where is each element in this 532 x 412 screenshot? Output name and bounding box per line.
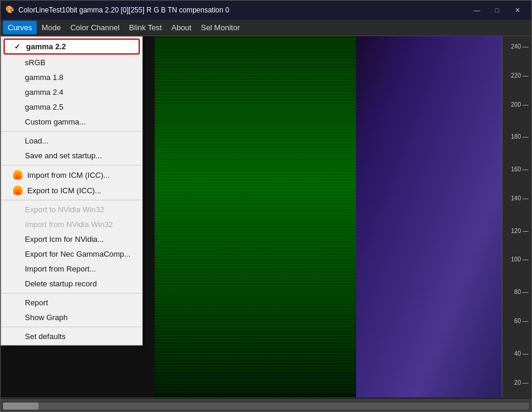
scrollbar-track: [3, 403, 529, 410]
flame-icon-export: [13, 186, 23, 195]
ruler-tick-160: 160 —: [511, 166, 528, 173]
curves-dropdown: ✓ gamma 2.2 sRGB gamma 1.8 gamma 2.4 gam…: [1, 36, 143, 346]
ruler-tick-20: 20 —: [514, 379, 528, 386]
app-icon: 🎨: [5, 5, 15, 15]
canvas-purple-region: [356, 36, 502, 397]
menu-item-export-icm-label: Export to ICM (ICC)...: [27, 186, 101, 195]
menu-item-gamma25-label: gamma 2.5: [25, 103, 63, 111]
ruler-tick-240: 240 —: [511, 43, 528, 50]
menu-item-export-nec[interactable]: Export for Nec GammaComp...: [1, 247, 142, 261]
menu-item-set-defaults[interactable]: Set defaults: [1, 329, 142, 344]
menu-item-srgb[interactable]: sRGB: [1, 55, 142, 70]
menu-item-import-report-label: Import from Report...: [25, 264, 96, 273]
ruler-tick-40: 40 —: [514, 350, 528, 357]
ruler-tick-80: 80 —: [514, 289, 528, 295]
menu-item-delete-startup-label: Delete startup record: [25, 279, 97, 288]
main-window: 🎨 ColorLineTest10bit gamma 2.20 [0][255]…: [0, 0, 532, 412]
menu-item-import-report[interactable]: Import from Report...: [1, 261, 142, 276]
menu-item-load[interactable]: Load...: [1, 133, 142, 148]
menubar: Curves Mode Color Channel Blink Test Abo…: [1, 20, 531, 36]
maximize-button[interactable]: □: [488, 4, 507, 17]
menu-item-export-nvidia-label: Export to NVidia Win32: [25, 205, 104, 214]
menu-item-report[interactable]: Report: [1, 295, 142, 310]
horizontal-scrollbar[interactable]: [1, 400, 531, 411]
ruler-tick-180: 180 —: [511, 133, 528, 140]
menu-color-channel[interactable]: Color Channel: [66, 21, 124, 34]
canvas-green-region: [155, 36, 356, 397]
separator-4: [1, 293, 142, 293]
menu-curves[interactable]: Curves: [3, 21, 37, 34]
menu-item-save-startup[interactable]: Save and set startup...: [1, 148, 142, 163]
menu-item-srgb-label: sRGB: [25, 58, 46, 67]
window-title: ColorLineTest10bit gamma 2.20 [0][255] R…: [18, 6, 467, 14]
ruler-tick-140: 140 —: [511, 195, 528, 202]
menu-item-show-graph[interactable]: Show Graph: [1, 310, 142, 325]
menu-item-export-icm-nvidia[interactable]: Export Icm for NVidia...: [1, 232, 142, 247]
menu-item-gamma24-label: gamma 2.4: [25, 88, 63, 97]
menu-item-export-icm[interactable]: Export to ICM (ICC)...: [1, 183, 142, 198]
menu-item-report-label: Report: [25, 298, 48, 307]
menu-about[interactable]: About: [166, 21, 196, 34]
menu-item-custom-gamma-label: Custom gamma...: [25, 117, 86, 126]
menu-item-set-defaults-label: Set defaults: [25, 332, 66, 341]
menu-item-gamma24[interactable]: gamma 2.4: [1, 85, 142, 100]
menu-item-export-icm-nvidia-label: Export Icm for NVidia...: [25, 235, 104, 244]
ruler-tick-120: 120 —: [511, 228, 528, 234]
menu-item-export-nec-label: Export for Nec GammaComp...: [25, 250, 130, 258]
ruler-tick-220: 220 —: [511, 72, 528, 79]
close-button[interactable]: ✕: [508, 4, 527, 17]
titlebar-controls: — □ ✕: [467, 4, 527, 17]
ruler-tick-100: 100 —: [511, 256, 528, 263]
menu-item-delete-startup[interactable]: Delete startup record: [1, 276, 142, 291]
ruler-tick-200: 200 —: [511, 101, 528, 108]
separator-2: [1, 165, 142, 165]
menu-item-gamma22[interactable]: ✓ gamma 2.2: [4, 39, 140, 55]
menu-item-show-graph-label: Show Graph: [25, 313, 68, 322]
separator-1: [1, 131, 142, 132]
check-icon: ✓: [14, 43, 24, 51]
flame-icon-import: [13, 170, 23, 180]
menu-item-gamma22-label: gamma 2.2: [26, 42, 66, 51]
menu-item-gamma25[interactable]: gamma 2.5: [1, 100, 142, 114]
menu-blink-test[interactable]: Blink Test: [124, 21, 166, 34]
menu-sel-monitor[interactable]: Sel Monitor: [196, 21, 245, 34]
separator-3: [1, 200, 142, 200]
menu-item-gamma18[interactable]: gamma 1.8: [1, 70, 142, 85]
menu-item-gamma18-label: gamma 1.8: [25, 73, 63, 82]
titlebar: 🎨 ColorLineTest10bit gamma 2.20 [0][255]…: [1, 1, 531, 20]
menu-mode[interactable]: Mode: [37, 21, 66, 34]
menu-item-save-startup-label: Save and set startup...: [25, 151, 102, 160]
ruler-area: 240 — 220 — 200 — 180 — 160 — 140 — 120 …: [502, 36, 531, 397]
minimize-button[interactable]: —: [467, 4, 486, 17]
separator-5: [1, 327, 142, 327]
scrollbar-thumb[interactable]: [3, 403, 39, 410]
menu-item-import-nvidia-label: Import from NVidia Win32: [25, 220, 113, 229]
menu-item-import-icm-label: Import from ICM (ICC)...: [27, 171, 110, 180]
ruler-tick-60: 60 —: [514, 318, 528, 324]
menu-item-import-icm[interactable]: Import from ICM (ICC)...: [1, 167, 142, 183]
menu-item-custom-gamma[interactable]: Custom gamma...: [1, 114, 142, 129]
ruler-ticks: 240 — 220 — 200 — 180 — 160 — 140 — 120 …: [502, 36, 531, 397]
menu-item-export-nvidia: Export to NVidia Win32: [1, 202, 142, 217]
menu-item-import-nvidia: Import from NVidia Win32: [1, 217, 142, 232]
menu-item-load-label: Load...: [25, 136, 49, 145]
